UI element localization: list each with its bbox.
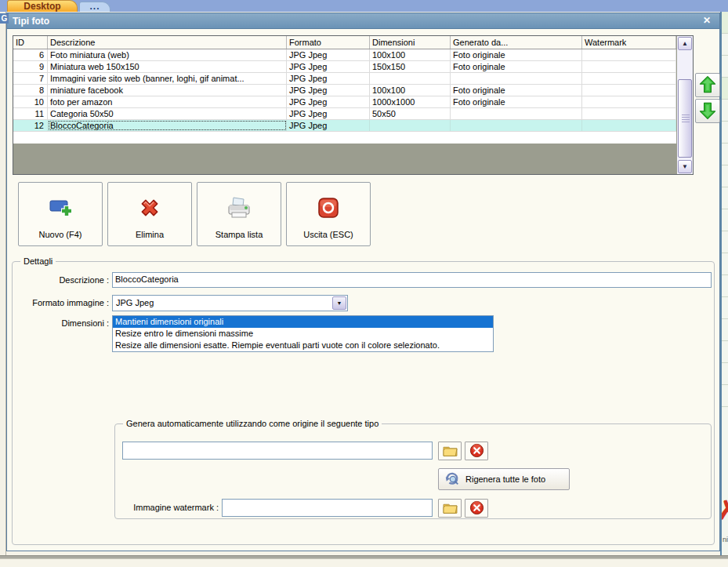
stampa-button[interactable]: Stampa lista <box>197 182 281 246</box>
cell-watermark <box>582 73 676 84</box>
regenerate-photos-icon <box>444 471 460 488</box>
close-icon[interactable]: ✕ <box>701 15 713 27</box>
cell-id: 9 <box>13 61 48 72</box>
cell-watermark <box>582 96 676 107</box>
table-row[interactable]: 9Miniatura web 150x150JPG Jpeg150x150Fot… <box>13 61 676 73</box>
watermark-clear-button[interactable] <box>465 499 488 518</box>
dettagli-legend: Dettagli <box>20 256 56 266</box>
folder-icon <box>442 444 458 459</box>
folder-icon <box>442 501 458 516</box>
cell-dimensioni: 100x100 <box>370 85 451 96</box>
tab-desktop[interactable]: Desktop <box>7 0 78 12</box>
cell-dimensioni <box>370 120 451 131</box>
cell-watermark <box>582 120 676 131</box>
rigenera-button[interactable]: Rigenera tutte le foto <box>438 468 570 490</box>
cell-dimensioni: 1000x1000 <box>370 96 451 107</box>
dialog-titlebar[interactable]: Tipi foto ✕ <box>7 13 719 29</box>
grid-scrollbar[interactable]: ▲ ▼ <box>676 36 693 174</box>
watermark-input[interactable] <box>222 499 433 517</box>
cell-formato: JPG Jpeg <box>287 61 370 72</box>
dimensioni-option[interactable]: Resize alle dimensioni esatte. Riempie e… <box>113 340 493 351</box>
cell-dimensioni <box>370 73 451 84</box>
dimensioni-option[interactable]: Resize entro le dimensioni massime <box>113 328 493 340</box>
elimina-label: Elimina <box>108 230 191 239</box>
genera-legend: Genera automaticamente utilizzando come … <box>123 419 382 428</box>
origine-input[interactable] <box>122 442 433 460</box>
cell-descrizione: foto per amazon <box>48 96 287 107</box>
table-row[interactable]: 11Categoria 50x50JPG Jpeg50x50 <box>13 108 676 120</box>
nuovo-button[interactable]: Nuovo (F4) <box>18 182 103 246</box>
origine-clear-button[interactable] <box>465 442 488 460</box>
column-header[interactable]: Generato da... <box>451 36 582 49</box>
formato-label: Formato immagine : <box>15 298 109 307</box>
elimina-button[interactable]: Elimina <box>107 182 192 246</box>
scrollbar-down-icon[interactable]: ▼ <box>678 160 692 173</box>
column-header[interactable]: Watermark <box>582 36 676 49</box>
arrow-down-icon <box>697 100 718 122</box>
cell-descrizione: Categoria 50x50 <box>48 108 287 119</box>
column-header[interactable]: Descrizione <box>48 36 287 49</box>
background-x-icon: ✗ <box>720 494 728 525</box>
power-exit-icon <box>287 194 370 222</box>
grid-body: 6Foto miniatura (web)JPG Jpeg100x100Foto… <box>13 49 676 132</box>
tab-more[interactable]: ... <box>79 2 110 12</box>
column-header[interactable]: Dimensioni <box>370 36 451 49</box>
cell-dimensioni: 50x50 <box>370 108 451 119</box>
dimensioni-listbox: Mantieni dimensioni originaliResize entr… <box>112 315 494 352</box>
cell-generato <box>451 108 582 119</box>
cell-formato: JPG Jpeg <box>287 120 370 131</box>
cell-generato <box>451 120 582 131</box>
table-row[interactable]: 6Foto miniatura (web)JPG Jpeg100x100Foto… <box>13 49 676 61</box>
cell-watermark <box>582 108 676 119</box>
scrollbar-up-icon[interactable]: ▲ <box>678 37 692 50</box>
grid-header: IDDescrizioneFormatoDimensioniGenerato d… <box>13 36 676 49</box>
formato-selected-value: JPG Jpeg <box>116 298 154 307</box>
background-right-window: ✗ ni <box>720 12 728 555</box>
chevron-down-icon[interactable]: ▼ <box>332 296 346 310</box>
descrizione-label: Descrizione : <box>15 275 109 285</box>
cell-id: 8 <box>13 85 48 96</box>
uscita-label: Uscita (ESC) <box>287 230 370 239</box>
cell-id: 10 <box>13 96 48 107</box>
formato-select[interactable]: JPG Jpeg ▼ <box>112 295 348 311</box>
cell-watermark <box>582 85 676 96</box>
descrizione-input[interactable]: BloccoCategoria <box>112 272 712 288</box>
background-text-fragment: ni <box>723 536 728 543</box>
background-g-badge: G <box>0 13 9 24</box>
column-header[interactable]: ID <box>13 36 48 49</box>
cell-id: 12 <box>13 120 48 131</box>
cell-descrizione: Immagini varie sito web (banner, loghi, … <box>48 73 287 84</box>
table-row[interactable]: 8miniature facebookJPG Jpeg100x100Foto o… <box>13 85 676 96</box>
new-photo-icon <box>19 194 102 222</box>
origine-browse-button[interactable] <box>438 442 462 460</box>
dimensioni-option[interactable]: Mantieni dimensioni originali <box>113 316 493 328</box>
cell-descrizione: Foto miniatura (web) <box>48 49 287 60</box>
cell-dimensioni: 100x100 <box>370 49 451 60</box>
taskbar-band: Desktop ... <box>0 0 728 12</box>
delete-x-icon <box>108 194 191 222</box>
cell-descrizione: Miniatura web 150x150 <box>48 61 287 72</box>
dialog-title: Tipi foto <box>13 16 49 27</box>
cell-id: 11 <box>13 108 48 119</box>
watermark-label: Immagine watermark : <box>117 503 219 512</box>
watermark-browse-button[interactable] <box>438 499 462 518</box>
cell-watermark <box>582 61 676 72</box>
table-row[interactable]: 12BloccoCategoriaJPG Jpeg <box>13 120 676 132</box>
arrow-up-icon <box>697 75 718 96</box>
background-bottom-bar <box>0 555 728 559</box>
scrollbar-thumb[interactable] <box>678 79 692 158</box>
background-left-panel <box>0 12 6 555</box>
cell-id: 6 <box>13 49 48 60</box>
cell-generato <box>451 73 582 84</box>
stampa-label: Stampa lista <box>197 230 281 239</box>
cell-formato: JPG Jpeg <box>287 108 370 119</box>
cell-descrizione: miniature facebook <box>48 85 287 96</box>
column-header[interactable]: Formato <box>287 36 370 49</box>
uscita-button[interactable]: Uscita (ESC) <box>286 182 371 246</box>
move-down-button[interactable] <box>695 99 720 123</box>
cell-generato: Foto originale <box>451 49 582 60</box>
table-row[interactable]: 10foto per amazonJPG Jpeg1000x1000Foto o… <box>13 96 676 108</box>
move-up-button[interactable] <box>695 73 720 97</box>
red-delete-icon <box>469 500 484 517</box>
table-row[interactable]: 7Immagini varie sito web (banner, loghi,… <box>13 73 676 85</box>
